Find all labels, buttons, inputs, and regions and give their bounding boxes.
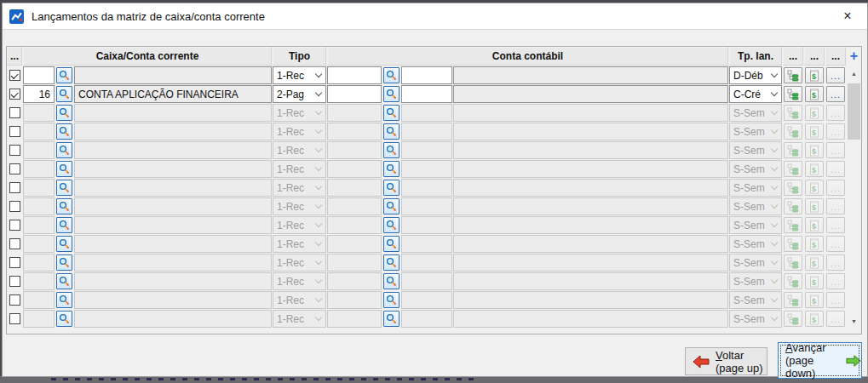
conta-code-field[interactable] xyxy=(327,179,382,197)
conta-code-cell[interactable] xyxy=(327,216,382,234)
caixa-code-cell[interactable] xyxy=(23,179,55,197)
conta-name-cell[interactable] xyxy=(453,160,728,178)
money-document-button[interactable]: $ xyxy=(805,198,824,214)
chevron-down-icon[interactable] xyxy=(767,217,781,233)
caixa-lookup-button[interactable] xyxy=(56,105,72,121)
tp-lan-cell[interactable]: S-Sem xyxy=(729,272,782,290)
conta-name-field[interactable] xyxy=(453,160,728,178)
caixa-code-cell[interactable] xyxy=(23,66,55,84)
row-select-checkbox[interactable] xyxy=(7,272,22,290)
conta-name-cell[interactable] xyxy=(453,254,728,272)
tipo-cell[interactable]: 1-Rec xyxy=(273,141,326,159)
plano-contas-cell[interactable] xyxy=(783,272,803,290)
conta-lookup-cell[interactable] xyxy=(382,254,400,272)
caixa-code-field[interactable] xyxy=(23,272,55,290)
ellipsis-button[interactable]: ... xyxy=(826,273,845,289)
caixa-name-field[interactable] xyxy=(74,179,272,197)
caixa-lookup-cell[interactable] xyxy=(55,66,73,84)
more-options-cell[interactable]: ... xyxy=(825,216,846,234)
conta-name-cell[interactable] xyxy=(453,291,728,309)
conta-name-field[interactable] xyxy=(453,179,728,197)
tipo-cell[interactable]: 1-Rec xyxy=(273,179,326,197)
tipo-select[interactable]: 1-Rec xyxy=(273,291,326,309)
chart-of-accounts-button[interactable] xyxy=(784,123,802,140)
caixa-name-cell[interactable] xyxy=(74,310,272,328)
caixa-name-field[interactable] xyxy=(74,235,272,253)
plano-contas-cell[interactable] xyxy=(783,310,803,328)
plano-contas-cell[interactable] xyxy=(783,197,803,215)
conta-reduzido-field[interactable] xyxy=(401,160,452,178)
more-options-cell[interactable]: ... xyxy=(825,141,846,159)
tipo-select[interactable]: 1-Rec xyxy=(273,216,326,234)
valores-cell[interactable]: $ xyxy=(804,310,825,328)
conta-reduzido-cell[interactable] xyxy=(401,291,452,309)
conta-code-field[interactable] xyxy=(327,235,382,253)
caixa-code-field[interactable] xyxy=(23,216,55,234)
chevron-down-icon[interactable] xyxy=(311,67,325,83)
conta-name-cell[interactable] xyxy=(453,123,728,140)
tp-lan-cell[interactable]: S-Sem xyxy=(729,254,782,272)
row-select-checkbox[interactable] xyxy=(7,179,22,197)
conta-code-field[interactable] xyxy=(327,310,382,328)
caixa-code-field[interactable]: 16 xyxy=(23,85,55,103)
tipo-cell[interactable]: 1-Rec xyxy=(273,104,326,122)
tp-lan-select[interactable]: S-Sem xyxy=(729,254,782,272)
tipo-select[interactable]: 1-Rec xyxy=(273,104,326,122)
conta-code-field[interactable] xyxy=(327,123,382,140)
caixa-name-cell[interactable] xyxy=(74,123,272,140)
chevron-down-icon[interactable] xyxy=(311,292,325,308)
conta-name-cell[interactable] xyxy=(453,66,728,84)
caixa-name-cell[interactable] xyxy=(74,66,272,84)
tipo-select[interactable]: 1-Rec xyxy=(273,141,326,159)
conta-name-field[interactable] xyxy=(453,291,728,309)
valores-cell[interactable]: $ xyxy=(804,160,825,178)
row-select-checkbox[interactable] xyxy=(7,85,22,103)
caixa-lookup-button[interactable] xyxy=(56,123,72,140)
conta-name-field[interactable] xyxy=(453,254,728,272)
money-document-button[interactable]: $ xyxy=(805,254,824,271)
tipo-select[interactable]: 1-Rec xyxy=(273,123,326,140)
caixa-code-cell[interactable] xyxy=(23,291,55,309)
tipo-select[interactable]: 1-Rec xyxy=(273,66,326,84)
money-document-button[interactable]: $ xyxy=(805,161,824,177)
conta-lookup-cell[interactable] xyxy=(382,160,400,178)
tp-lan-cell[interactable]: S-Sem xyxy=(729,216,782,234)
caixa-name-cell[interactable] xyxy=(74,197,272,215)
conta-name-field[interactable] xyxy=(453,66,728,84)
conta-lookup-cell[interactable] xyxy=(382,291,400,309)
caixa-name-field[interactable] xyxy=(74,216,272,234)
caixa-lookup-button[interactable] xyxy=(56,67,72,83)
conta-lookup-cell[interactable] xyxy=(382,141,400,159)
conta-lookup-button[interactable] xyxy=(383,67,400,83)
caixa-lookup-button[interactable] xyxy=(56,180,72,196)
chart-of-accounts-button[interactable] xyxy=(784,236,802,252)
tp-lan-cell[interactable]: S-Sem xyxy=(729,291,782,309)
conta-reduzido-field[interactable] xyxy=(401,216,452,234)
conta-code-cell[interactable] xyxy=(327,291,382,309)
tp-lan-select[interactable]: S-Sem xyxy=(729,272,782,290)
caixa-code-cell[interactable] xyxy=(23,235,55,253)
tipo-select[interactable]: 1-Rec xyxy=(273,310,326,328)
caixa-lookup-button[interactable] xyxy=(56,217,72,233)
tp-lan-select[interactable]: S-Sem xyxy=(729,235,782,253)
conta-code-field[interactable] xyxy=(327,216,382,234)
conta-reduzido-field[interactable] xyxy=(401,235,452,253)
conta-reduzido-field[interactable] xyxy=(401,310,452,328)
chevron-down-icon[interactable] xyxy=(767,86,781,102)
tp-lan-cell[interactable]: S-Sem xyxy=(729,179,782,197)
caixa-lookup-button[interactable] xyxy=(56,236,72,252)
conta-name-field[interactable] xyxy=(453,272,728,290)
conta-code-cell[interactable] xyxy=(327,179,382,197)
conta-reduzido-field[interactable] xyxy=(401,291,452,309)
conta-lookup-button[interactable] xyxy=(383,105,400,121)
money-document-button[interactable]: $ xyxy=(805,217,824,233)
ellipsis-button[interactable]: ... xyxy=(826,311,845,327)
chart-of-accounts-button[interactable] xyxy=(784,292,802,308)
conta-code-cell[interactable] xyxy=(327,104,382,122)
more-options-cell[interactable]: ... xyxy=(825,310,846,328)
conta-reduzido-field[interactable] xyxy=(401,85,452,103)
plano-contas-cell[interactable] xyxy=(783,66,803,84)
conta-code-cell[interactable] xyxy=(327,85,382,103)
valores-cell[interactable]: $ xyxy=(804,123,825,140)
caixa-lookup-button[interactable] xyxy=(56,198,72,214)
